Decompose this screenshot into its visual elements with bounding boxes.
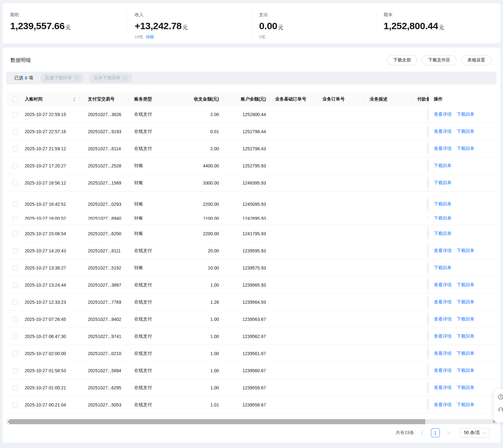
row-checkbox[interactable] <box>13 163 18 168</box>
header-checkbox-cell <box>6 97 25 102</box>
cell-txn: 20251027...5894 <box>79 368 129 373</box>
download-receipt-link[interactable]: 下载回单 <box>457 334 474 339</box>
cell-txn: 20251027...9193 <box>79 129 129 134</box>
download-receipt-link[interactable]: 下载回单 <box>434 163 452 169</box>
row-checkbox[interactable] <box>13 129 18 134</box>
merge-download-button[interactable]: 合并下载回单 i <box>89 73 132 83</box>
row-checkbox[interactable] <box>13 317 18 322</box>
cell-amount: 10.00 <box>176 265 223 270</box>
download-receipt-link[interactable]: 下载回单 <box>457 351 474 356</box>
row-checkbox[interactable] <box>13 231 18 236</box>
cell-time: 2025-10-27 07:26:45 <box>25 317 79 322</box>
row-checkbox[interactable] <box>13 351 18 356</box>
cell-txn: 20251027...2528 <box>79 163 129 168</box>
download-receipt-link[interactable]: 下载回单 <box>457 112 474 117</box>
page-number-button[interactable]: 1 <box>431 428 440 437</box>
download-receipt-link[interactable]: 下载回单 <box>457 368 474 373</box>
cell-time: 2025-10-27 21:59:12 <box>25 146 79 151</box>
view-detail-link[interactable]: 查看详情 <box>434 334 452 339</box>
row-checkbox[interactable] <box>13 300 18 305</box>
cell-amount: 2.00 <box>176 146 223 151</box>
row-checkbox[interactable] <box>13 216 18 220</box>
row-checkbox[interactable] <box>13 334 18 339</box>
headset-icon[interactable] <box>498 406 503 412</box>
download-receipt-link[interactable]: 下载回单 <box>457 146 474 152</box>
table-row-container: 2025-10-27 00:21:0420251027...5053在线支付1.… <box>6 396 497 413</box>
view-detail-link[interactable]: 查看详情 <box>434 282 452 288</box>
table-header: 入账时间 支付宝交易号 账务类型 收支金额(元) 账户余额(元) 业务基础订单号… <box>6 93 497 106</box>
download-receipt-link[interactable]: 下载回单 <box>457 129 474 134</box>
scrollbar-thumb[interactable] <box>10 419 425 424</box>
cell-time: 2025-10-27 16:56:12 <box>25 180 79 185</box>
row-checkbox[interactable] <box>13 385 18 390</box>
download-receipt-link[interactable]: 下载回单 <box>457 248 474 254</box>
table-row: 2025-10-27 22:57:1620251027...9193在线支付0.… <box>6 123 497 140</box>
download-receipt-link[interactable]: 下载回单 <box>457 402 474 408</box>
cell-balance: 1248395.93 <box>223 180 270 185</box>
cell-time: 2025-10-27 16:00:52 <box>25 216 79 220</box>
cell-txn: 20251027...8114 <box>79 146 129 151</box>
sort-icon[interactable] <box>73 97 76 101</box>
cell-time: 2025-10-27 13:38:27 <box>25 265 79 270</box>
checkbox-cell <box>6 180 25 185</box>
download-receipt-link[interactable]: 下载回单 <box>434 265 452 271</box>
batch-download-button[interactable]: 批量下载回单 i <box>40 73 84 83</box>
select-all-checkbox[interactable] <box>13 97 18 102</box>
row-checkbox[interactable] <box>13 282 18 288</box>
table-row-container: 2025-10-27 22:59:1520251027...3026在线支付2.… <box>6 106 497 123</box>
cell-type: 在线支付 <box>129 112 176 117</box>
col-entry-time[interactable]: 入账时间 <box>25 96 79 102</box>
view-detail-link[interactable]: 查看详情 <box>434 368 452 373</box>
row-checkbox[interactable] <box>13 180 18 185</box>
row-checkbox[interactable] <box>13 112 18 117</box>
next-page-icon[interactable] <box>446 431 450 435</box>
view-detail-link[interactable]: 查看详情 <box>434 112 452 117</box>
row-checkbox[interactable] <box>13 146 18 151</box>
cell-balance: 1242895.93 <box>223 216 270 220</box>
table-row: 2025-10-27 07:26:4520251027...9402在线支付1.… <box>6 311 497 328</box>
view-detail-link[interactable]: 查看详情 <box>434 385 452 391</box>
view-detail-link[interactable]: 查看详情 <box>434 402 452 408</box>
detail-link[interactable]: 详细 <box>146 35 154 39</box>
col-balance: 账户余额(元) <box>223 96 270 102</box>
page-size-select[interactable]: 50 条/页 <box>460 428 490 438</box>
view-detail-link[interactable]: 查看详情 <box>434 129 452 134</box>
clock-icon[interactable] <box>498 394 503 400</box>
cell-amount: 1.00 <box>176 368 223 373</box>
actions-cell: 查看详情下载回单 <box>429 276 497 293</box>
cell-amount: 2200.00 <box>176 202 223 207</box>
download-all-button[interactable]: 下载全部 <box>387 55 417 65</box>
table-settings-button[interactable]: 表格设置 <box>461 55 492 65</box>
download-receipt-link[interactable]: 下载回单 <box>434 231 452 237</box>
row-checkbox[interactable] <box>13 265 18 270</box>
cell-time: 2025-10-27 00:21:04 <box>25 402 79 407</box>
row-checkbox[interactable] <box>13 402 18 407</box>
view-detail-link[interactable]: 查看详情 <box>434 351 452 356</box>
download-receipt-link[interactable]: 下载回单 <box>434 201 452 207</box>
unit-label: 元 <box>66 25 71 30</box>
view-detail-link[interactable]: 查看详情 <box>434 146 452 152</box>
cell-balance: 1241795.93 <box>223 231 270 236</box>
download-receipt-link[interactable]: 下载回单 <box>457 385 474 391</box>
download-receipt-link[interactable]: 下载回单 <box>457 316 474 322</box>
horizontal-scrollbar[interactable] <box>6 419 497 424</box>
download-file-zone-button[interactable]: 下载文件区 <box>422 55 457 65</box>
checkbox-cell <box>6 231 25 236</box>
actions-cell: 查看详情下载回单 <box>429 379 497 396</box>
row-checkbox[interactable] <box>13 368 18 373</box>
prev-page-icon[interactable] <box>421 431 425 435</box>
table-row-container: 2025-10-27 06:47:3020251027...9741在线支付1.… <box>6 328 497 345</box>
pagination: 共有19条 1 50 条/页 <box>3 428 500 438</box>
view-detail-link[interactable]: 查看详情 <box>434 316 452 322</box>
row-checkbox[interactable] <box>13 202 18 207</box>
view-detail-link[interactable]: 查看详情 <box>434 299 452 305</box>
download-receipt-link[interactable]: 下载回单 <box>434 216 452 220</box>
cell-balance: 1239575.93 <box>223 265 270 270</box>
download-receipt-link[interactable]: 下载回单 <box>457 299 474 305</box>
download-receipt-link[interactable]: 下载回单 <box>434 180 452 186</box>
checkbox-cell <box>6 317 25 322</box>
download-receipt-link[interactable]: 下载回单 <box>457 282 474 288</box>
info-icon: i <box>74 76 79 80</box>
row-checkbox[interactable] <box>13 248 18 253</box>
view-detail-link[interactable]: 查看详情 <box>434 248 452 254</box>
